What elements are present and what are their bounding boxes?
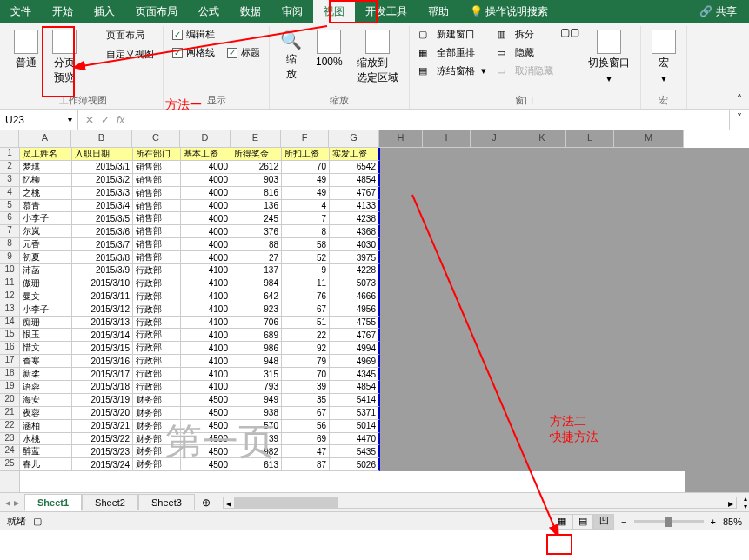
data-cell[interactable]: 2015/3/16 [72,355,133,368]
data-cell[interactable]: 69 [282,433,330,446]
row-header[interactable]: 10 [0,264,19,277]
header-cell[interactable]: 所得奖金 [231,148,282,161]
data-cell[interactable]: 923 [231,303,282,317]
data-cell[interactable]: 706 [231,317,282,330]
data-cell[interactable]: 27 [231,251,282,264]
data-cell[interactable]: 67 [282,303,330,317]
data-cell[interactable]: 49 [282,187,330,200]
record-macro-icon[interactable]: ▢ [33,516,42,527]
data-cell[interactable]: 58 [282,238,330,251]
data-cell[interactable]: 行政部 [133,368,181,381]
formula-input[interactable] [131,110,729,130]
data-cell[interactable]: 4854 [330,174,380,187]
row-header[interactable]: 4 [0,187,19,200]
data-cell[interactable]: 52 [282,251,330,264]
data-cell[interactable]: 4994 [330,342,380,355]
row-header[interactable]: 15 [0,329,19,342]
data-cell[interactable]: 2015/3/2 [72,174,133,187]
menu-help[interactable]: 帮助 [418,0,459,23]
data-cell[interactable]: 语蓉 [20,381,72,394]
share-button[interactable]: 🔗 共享 [694,2,742,22]
data-cell[interactable]: 行政部 [133,277,181,290]
data-cell[interactable]: 642 [231,290,282,303]
row-header[interactable]: 11 [0,277,19,290]
data-cell[interactable]: 4500 [181,394,231,407]
data-cell[interactable]: 70 [282,161,330,174]
data-cell[interactable]: 5435 [330,445,380,458]
data-cell[interactable]: 傲珊 [20,277,72,290]
view-page-break-button[interactable]: 分页 预览 [47,26,82,89]
zoom-in-button[interactable]: + [711,517,716,527]
data-cell[interactable]: 4000 [181,161,231,174]
data-cell[interactable]: 4755 [330,317,380,330]
collapse-ribbon-button[interactable]: ˄ [730,93,749,109]
data-cell[interactable]: 4500 [181,458,231,471]
data-cell[interactable]: 4100 [181,355,231,368]
row-header[interactable]: 1 [0,148,19,161]
cancel-icon[interactable]: ✕ [85,114,94,126]
header-cell[interactable]: 员工姓名 [20,148,72,161]
data-cell[interactable]: 4100 [181,342,231,355]
hscroll-thumb[interactable] [234,497,338,508]
menu-review[interactable]: 审阅 [271,0,313,23]
menu-view[interactable]: 视图 [313,0,355,23]
zoom-thumb[interactable] [665,517,672,527]
col-header[interactable]: L [566,130,614,147]
data-cell[interactable]: 22 [282,329,330,342]
sheet-tab-3[interactable]: Sheet3 [138,494,195,510]
data-cell[interactable]: 行政部 [133,290,181,303]
data-cell[interactable]: 财务部 [133,445,181,458]
data-cell[interactable]: 2015/3/18 [72,381,133,394]
data-cell[interactable]: 初夏 [20,251,72,264]
zoom-out-button[interactable]: − [621,517,626,527]
header-cell[interactable]: 所扣工资 [282,148,330,161]
row-header[interactable]: 22 [0,420,19,433]
data-cell[interactable]: 2015/3/7 [72,238,133,251]
data-cell[interactable]: 9 [282,264,330,277]
data-cell[interactable]: 39 [282,381,330,394]
data-cell[interactable]: 财务部 [133,407,181,420]
row-header[interactable]: 14 [0,317,19,330]
data-cell[interactable]: 行政部 [133,303,181,317]
data-cell[interactable]: 2015/3/19 [72,394,133,407]
data-cell[interactable]: 982 [231,445,282,458]
row-header[interactable]: 5 [0,200,19,213]
data-cell[interactable]: 销售部 [133,200,181,213]
data-cell[interactable]: 痴珊 [20,317,72,330]
data-cell[interactable]: 4767 [330,329,380,342]
data-cell[interactable]: 销售部 [133,238,181,251]
col-header[interactable]: H [379,130,423,147]
data-cell[interactable]: 水桃 [20,433,72,446]
data-cell[interactable]: 3975 [330,251,380,264]
data-cell[interactable]: 570 [231,420,282,433]
data-cell[interactable]: 949 [231,394,282,407]
data-cell[interactable]: 986 [231,342,282,355]
data-cell[interactable]: 2015/3/13 [72,317,133,330]
data-cell[interactable]: 4969 [330,355,380,368]
split-button[interactable]: ▥ 拆分 [493,26,557,43]
data-cell[interactable]: 49 [282,174,330,187]
vscroll-up[interactable]: ▴ [744,495,747,503]
custom-view-button[interactable]: 自定义视图 [85,45,157,63]
data-cell[interactable]: 35 [282,394,330,407]
row-header[interactable]: 6 [0,212,19,225]
confirm-icon[interactable]: ✓ [101,114,110,126]
data-cell[interactable]: 56 [282,420,330,433]
row-header[interactable]: 13 [0,303,19,317]
data-cell[interactable]: 4000 [181,225,231,238]
row-header[interactable]: 8 [0,238,19,251]
data-cell[interactable]: 4470 [330,433,380,446]
data-cell[interactable]: 92 [282,342,330,355]
winopts-icon[interactable]: ▢▢ [560,26,579,38]
data-cell[interactable]: 67 [282,407,330,420]
row-header[interactable]: 9 [0,251,19,264]
data-cell[interactable]: 醉蓝 [20,445,72,458]
check-gridlines[interactable]: 网格线 [169,44,218,61]
data-cell[interactable]: 之桃 [20,187,72,200]
tell-me[interactable]: 💡 操作说明搜索 [459,0,558,23]
zoom-100-button[interactable]: 100% [311,26,348,71]
row-header[interactable]: 17 [0,355,19,368]
view-pagebreak-status[interactable]: 凹 [593,514,614,530]
check-headings[interactable]: 标题 [224,44,264,61]
data-cell[interactable]: 4100 [181,317,231,330]
